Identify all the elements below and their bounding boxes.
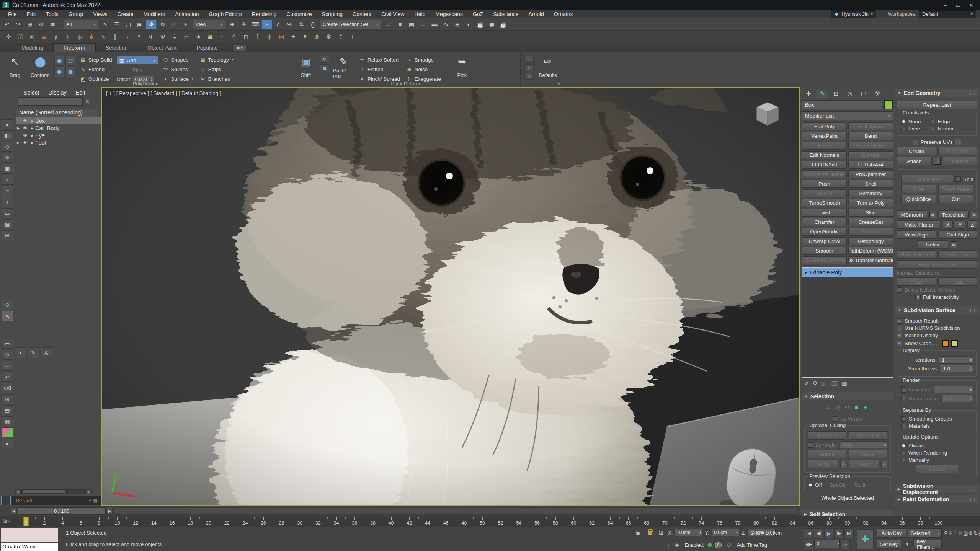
menu-item[interactable]: Modifiers (138, 10, 170, 18)
shift-button[interactable]: ▣ Shift (295, 54, 317, 80)
object-color-swatch[interactable] (884, 100, 893, 109)
ornatrix-hair-tool-icon[interactable]: ⚘ (229, 32, 239, 42)
x-coordinate-field[interactable]: 0.0cm▲▼ (675, 529, 702, 536)
display-tab-icon[interactable]: ▢ (859, 90, 869, 98)
zoom-icon[interactable]: ⚲ (944, 528, 948, 538)
pin-stack-icon[interactable]: ✐ (804, 380, 809, 387)
visibility-eye-icon[interactable]: 👁 (22, 126, 28, 131)
planar-y-button[interactable]: Y (955, 220, 965, 229)
modifier-button[interactable]: Smooth (802, 247, 847, 255)
explorer-column-header[interactable]: Name (Sorted Ascending) (16, 109, 98, 117)
menu-item[interactable]: GoZ (468, 10, 488, 18)
scroll-right-icon[interactable]: ▸ (87, 489, 92, 494)
planar-x-button[interactable]: X (943, 220, 953, 229)
menu-item[interactable]: Megascans (430, 10, 468, 18)
menu-item[interactable]: Tools (41, 10, 64, 18)
display-all-icon[interactable]: ● (2, 119, 13, 129)
edge-mode-icon[interactable]: ◁ (835, 404, 840, 411)
isolate-selection-icon[interactable]: ▣ (634, 528, 643, 537)
modifier-button[interactable]: Normalize Spline (802, 170, 847, 178)
clear-search-icon[interactable]: ✕ (85, 98, 90, 104)
maximize-viewport-icon[interactable]: ◰ (978, 528, 980, 538)
cut-button[interactable]: Cut (938, 195, 973, 203)
paint-deform-tool-button[interactable]: ≋Noise (405, 65, 443, 73)
set-key-button[interactable]: Set Key (877, 540, 901, 549)
tessellate-button[interactable]: Tessellate (938, 210, 969, 219)
conform-move-icon[interactable]: ⬟ (54, 56, 64, 66)
display-bones-icon[interactable]: ≀ (2, 197, 13, 207)
conform-button[interactable]: ⬤ Conform (29, 54, 51, 80)
next-frame-arrow[interactable]: ▶ (106, 508, 113, 515)
quickslice-button[interactable]: QuickSlice (901, 195, 936, 203)
modifier-button[interactable]: ProOptimizer (848, 170, 893, 178)
ornatrix-camera-icon[interactable]: ◎ (27, 32, 38, 42)
select-object-icon[interactable]: ↖ (100, 20, 111, 29)
constraint-face-radio[interactable] (901, 126, 906, 131)
enabled-indicator[interactable] (707, 543, 712, 547)
ornatrix-hair-tool-icon[interactable]: ⊺ (252, 32, 263, 42)
pan-icon[interactable]: ✥ (969, 528, 973, 538)
push-pull-button[interactable]: ✎ Push/ Pull (332, 54, 354, 80)
dots-icon[interactable]: ⋯ (2, 361, 13, 371)
subdivision-displacement-rollout-header[interactable]: ▶Subdivision Displacement⋮⋮ (895, 485, 979, 493)
expand-arrow-icon[interactable]: ▶ (17, 126, 21, 130)
show-cage-checkbox[interactable] (897, 341, 902, 346)
selection-filter-dropdown[interactable]: All▾ (64, 20, 98, 29)
previous-frame-icon[interactable]: ◀| (814, 528, 823, 538)
scene-object-row[interactable]: ▶ 👁 ● Eye (16, 132, 101, 139)
visibility-eye-icon[interactable]: 👁 (22, 133, 28, 138)
scene-object-row[interactable]: ▶ 👁 ● Box (16, 117, 101, 124)
select-and-move-icon[interactable]: ✥ (146, 20, 157, 29)
object-name-field[interactable]: Box (802, 100, 882, 109)
scroll-left-icon[interactable]: ◂ (15, 489, 21, 494)
play-icon[interactable]: ▸ (2, 439, 13, 448)
render-icon[interactable]: ☕ (498, 20, 509, 29)
modifier-button[interactable]: PathDeform (WSM) (848, 247, 893, 255)
ornatrix-hair-tool-icon[interactable]: Ψ (157, 32, 168, 42)
ornatrix-sliders-icon[interactable]: ♯ (51, 32, 61, 42)
smooth-result-checkbox[interactable] (897, 318, 902, 324)
modifier-button[interactable]: FFD 4x4x4 (848, 161, 893, 169)
polydraw-tool-button[interactable]: 〜Splines (161, 65, 195, 73)
ornatrix-hair-tool-icon[interactable]: ⇣ (169, 32, 180, 42)
modify-tab-icon[interactable]: ✎ (817, 90, 827, 98)
stack-entry[interactable]: ▶ Editable Poly (802, 268, 893, 277)
display-geometry-icon[interactable]: ◧ (2, 130, 13, 140)
display-materials-icon[interactable]: ▩ (2, 219, 13, 229)
layer-explorer-toggle-icon[interactable]: ≣ (418, 20, 428, 29)
constraint-none-radio[interactable] (901, 119, 906, 124)
scene-object-row[interactable]: ▶ 👁 ● Foot (16, 139, 101, 146)
add-time-tag[interactable]: Add Time Tag (737, 542, 767, 548)
display-iterations-spinner[interactable]: 1▲▼ (939, 356, 973, 364)
bind-to-space-warp-icon[interactable]: ≋ (47, 20, 58, 29)
make-unique-icon[interactable]: ⊞ (821, 380, 826, 387)
modifier-list-dropdown[interactable]: Modifier List ▾ (802, 111, 893, 120)
use-pivot-center-icon[interactable]: ⊕ (227, 20, 238, 29)
display-helpers-icon[interactable]: ⌖ (2, 175, 13, 185)
select-and-rotate-icon[interactable]: ↻ (157, 20, 168, 29)
smoothing-groups-checkbox[interactable] (901, 416, 906, 422)
scene-object-row[interactable]: ▶ 👁 ● Cat_Body (16, 124, 101, 132)
polydraw-tool-button[interactable]: ❍Shapes (161, 56, 195, 64)
modifier-button[interactable]: Edit Poly (802, 122, 847, 130)
display-shapes-icon[interactable]: ◇ (2, 142, 13, 152)
update-manually-radio[interactable] (901, 458, 906, 463)
menu-item[interactable]: Graph Editors (204, 10, 247, 18)
create-key-button[interactable]: ✚ (857, 529, 874, 549)
create-tab-icon[interactable]: ✚ (804, 90, 813, 98)
selection-lock-icon[interactable] (645, 528, 654, 537)
paint-deform-tool-button[interactable]: ∿Smudge (405, 56, 443, 64)
scroll-thumb[interactable] (23, 490, 65, 493)
go-to-start-icon[interactable]: |◀ (804, 528, 813, 538)
polydraw-tool-button[interactable]: ⇘Extend (78, 65, 114, 73)
modifier-button[interactable]: Unwrap UVW (802, 237, 847, 245)
show-end-result-icon[interactable]: ⚲ (813, 380, 817, 387)
menu-item[interactable]: Ornatrix (549, 10, 578, 18)
ornatrix-hair-tool-icon[interactable]: ⋔ (86, 32, 97, 42)
rectangular-selection-icon[interactable]: ▢ (123, 20, 134, 29)
vertex-mode-icon[interactable]: ∴ (827, 404, 831, 411)
menu-item[interactable]: Arnold (523, 10, 549, 18)
ornatrix-hair-tool-icon[interactable]: ✾ (323, 32, 334, 42)
border-mode-icon[interactable]: ◠ (845, 404, 850, 411)
mini-curve-editor-icon[interactable]: ⧉∿ (3, 518, 10, 524)
